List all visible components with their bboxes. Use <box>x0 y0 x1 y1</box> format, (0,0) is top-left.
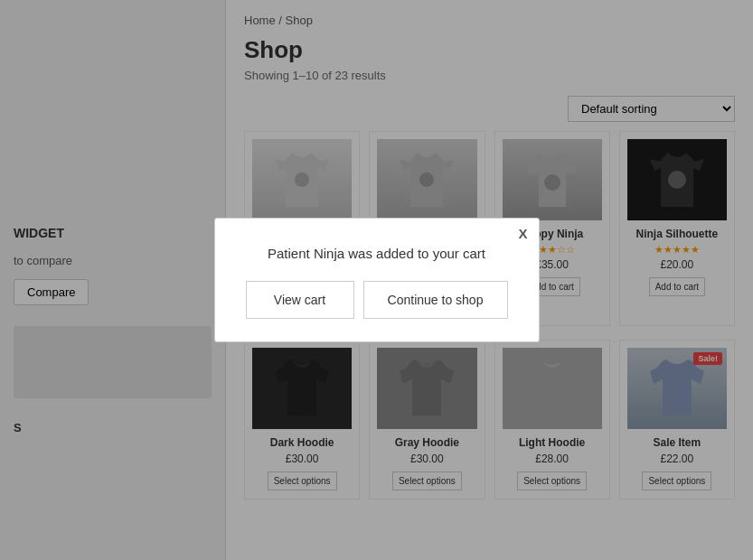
modal-buttons: View cart Continue to shop <box>242 281 512 319</box>
modal-message: Patient Ninja was added to your cart <box>242 246 512 261</box>
view-cart-button[interactable]: View cart <box>246 281 354 319</box>
modal-overlay: X Patient Ninja was added to your cart V… <box>0 0 753 560</box>
modal-close-button[interactable]: X <box>518 226 527 241</box>
modal-box: X Patient Ninja was added to your cart V… <box>214 218 540 342</box>
continue-to-shop-button[interactable]: Continue to shop <box>363 281 508 319</box>
